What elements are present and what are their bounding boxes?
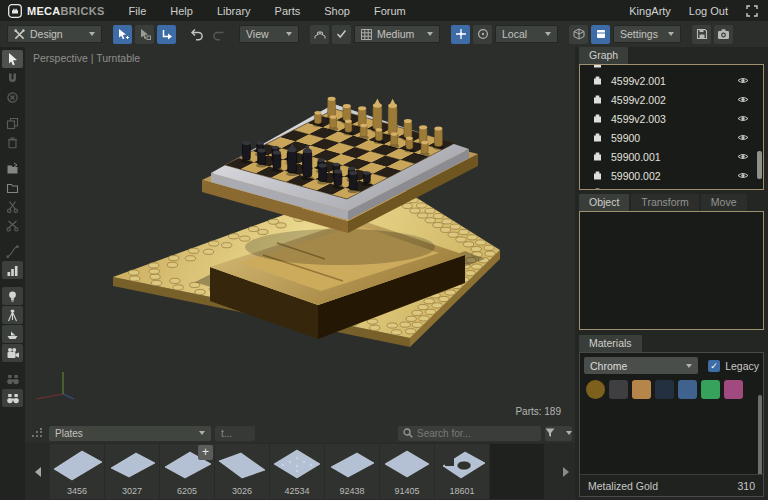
logo-text-strong: MECA <box>27 5 61 17</box>
swatch-blue[interactable] <box>678 380 697 399</box>
preview-off-button[interactable] <box>2 370 23 388</box>
lights-button[interactable] <box>2 287 23 305</box>
split-button[interactable] <box>2 216 23 234</box>
swatch-metalized-gold[interactable] <box>586 380 605 399</box>
select-box-button[interactable] <box>135 25 154 44</box>
part-tile[interactable]: 3456 <box>50 444 104 499</box>
toolbar: Design <box>0 21 768 47</box>
swatch-magenta[interactable] <box>724 380 743 399</box>
move-tool-button[interactable] <box>451 25 470 44</box>
materials-scrollbar[interactable] <box>758 395 762 485</box>
parts-category-select[interactable]: Plates <box>49 426 211 441</box>
tab-materials[interactable]: Materials <box>579 335 642 352</box>
perspective-cube-button[interactable] <box>569 25 588 44</box>
design-mode-select[interactable]: Design <box>7 25 102 43</box>
settings-select[interactable]: Settings <box>613 25 681 43</box>
duplicate-button[interactable] <box>2 114 23 132</box>
part-tile[interactable]: 92438 <box>325 444 379 499</box>
graph-row[interactable]: 4599v2.001 <box>580 71 763 90</box>
tab-graph[interactable]: Graph <box>579 47 628 64</box>
parts-filter-button[interactable] <box>545 426 572 441</box>
select-add-button[interactable] <box>113 25 132 44</box>
bounding-box-button[interactable] <box>591 25 610 44</box>
part-tile[interactable]: 3026 <box>215 444 269 499</box>
swatch-dark-navy[interactable] <box>655 380 674 399</box>
add-part-button[interactable]: + <box>198 445 213 460</box>
curve-button[interactable] <box>2 242 23 260</box>
ungroup-button[interactable] <box>2 178 23 196</box>
snap-check-button[interactable] <box>332 25 351 44</box>
screenshot-button[interactable] <box>714 25 733 44</box>
parts-library-bar: Plates t... <box>25 423 575 443</box>
scroll-right-button[interactable] <box>559 443 573 500</box>
select-corner-button[interactable] <box>157 25 176 44</box>
space-select[interactable]: Local <box>495 25 558 43</box>
statistics-button[interactable] <box>2 261 23 279</box>
environment-button[interactable] <box>2 325 23 343</box>
redo-button[interactable] <box>209 25 228 44</box>
undo-button[interactable] <box>187 25 206 44</box>
fullscreen-icon[interactable] <box>746 5 758 17</box>
tab-transform[interactable]: Transform <box>631 194 698 211</box>
save-button[interactable] <box>692 25 711 44</box>
parts-search-box[interactable] <box>398 426 541 441</box>
tab-object[interactable]: Object <box>579 194 629 211</box>
scroll-left-button[interactable] <box>31 443 45 500</box>
mecabricks-logo[interactable]: MECABRICKS <box>0 4 115 18</box>
grid-size-select[interactable]: Medium <box>354 25 440 43</box>
animation-camera-button[interactable] <box>2 344 23 362</box>
select-pointer-button[interactable] <box>2 50 23 68</box>
eye-icon[interactable] <box>737 133 749 142</box>
swatch-dark-gray[interactable] <box>609 380 628 399</box>
folder-icon <box>6 181 19 194</box>
username-link[interactable]: KingArty <box>629 5 671 17</box>
camera-stand-button[interactable] <box>2 306 23 324</box>
menu-file[interactable]: File <box>129 5 147 17</box>
menu-shop[interactable]: Shop <box>324 5 350 17</box>
part-tile[interactable]: 42534 <box>270 444 324 499</box>
brick-icon <box>591 112 604 125</box>
eye-icon[interactable] <box>737 76 749 85</box>
menu-help[interactable]: Help <box>170 5 193 17</box>
build-mode-button[interactable] <box>310 25 329 44</box>
legacy-checkbox[interactable]: ✓ <box>708 360 720 372</box>
parts-category-label: Plates <box>55 428 83 439</box>
parts-breadcrumb-button[interactable]: t... <box>215 426 255 441</box>
view-select[interactable]: View <box>239 25 299 43</box>
drag-grip-icon[interactable] <box>28 426 45 441</box>
graph-row[interactable]: 4599v2.003 <box>580 109 763 128</box>
tab-move[interactable]: Move <box>701 194 747 211</box>
eye-icon[interactable] <box>737 114 749 123</box>
eye-icon[interactable] <box>737 152 749 161</box>
delete-button[interactable] <box>2 133 23 151</box>
menu-parts[interactable]: Parts <box>275 5 301 17</box>
menu-library[interactable]: Library <box>217 5 251 17</box>
swatch-green[interactable] <box>701 380 720 399</box>
material-category-label: Chrome <box>590 360 627 372</box>
rotate-button[interactable] <box>2 88 23 106</box>
eye-icon[interactable] <box>737 95 749 104</box>
part-tile[interactable]: 18601 <box>435 444 489 499</box>
preview-button[interactable] <box>2 389 23 407</box>
graph-row[interactable]: 59900.001 <box>580 147 763 166</box>
group-button[interactable] <box>2 159 23 177</box>
swatch-gold[interactable] <box>632 380 651 399</box>
cut-button[interactable] <box>2 197 23 215</box>
logout-link[interactable]: Log Out <box>689 5 728 17</box>
graph-scrollbar[interactable] <box>757 151 762 179</box>
parts-search-input[interactable] <box>417 428 536 439</box>
part-tile[interactable]: 91405 <box>380 444 434 499</box>
pivot-button[interactable] <box>473 25 492 44</box>
graph-row[interactable]: 4599v2.002 <box>580 90 763 109</box>
material-category-select[interactable]: Chrome <box>584 357 698 374</box>
brick-icon <box>591 150 604 163</box>
graph-row[interactable]: 59900.002 <box>580 166 763 185</box>
magnet-button[interactable] <box>2 69 23 87</box>
graph-row[interactable]: 59900 <box>580 128 763 147</box>
build-grid-icon <box>314 28 326 40</box>
menu-forum[interactable]: Forum <box>374 5 406 17</box>
eye-icon[interactable] <box>737 171 749 180</box>
part-number: 6205 <box>177 486 197 499</box>
part-tile[interactable]: 3027 <box>105 444 159 499</box>
viewport-3d[interactable]: Perspective | Turntable Parts: 189 <box>25 47 575 423</box>
